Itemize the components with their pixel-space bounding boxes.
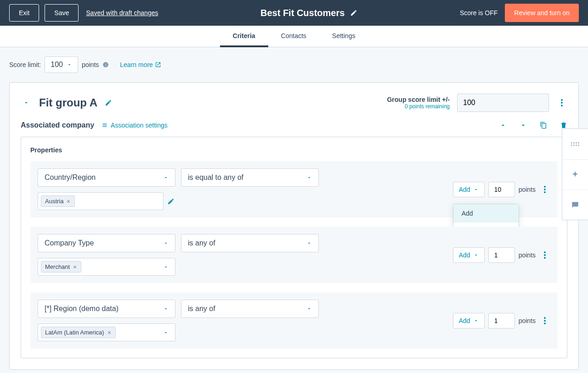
svg-point-15 [578,142,579,144]
row-more-button[interactable] [539,184,550,195]
info-icon[interactable] [102,61,109,68]
add-subtract-value: Add [459,186,470,193]
operator-select[interactable]: is any of [181,300,319,318]
more-vertical-icon [561,99,563,106]
trash-icon[interactable] [560,122,567,129]
settings-icon [102,122,108,128]
chip: LatAm (Latin America) [41,327,116,338]
learn-more-link[interactable]: Learn more [120,61,161,68]
svg-point-2 [561,105,563,106]
points-label: points [519,317,536,324]
group-card: Fit group A Group score limit +/- 0 poin… [9,82,579,370]
chevron-down-icon [23,100,29,106]
score-limit-value: 100 [51,61,63,69]
content-area: Score limit: 100 points Learn more Fit g… [0,47,588,373]
property-select-value: Company Type [45,239,94,247]
side-rail-chat[interactable] [562,189,588,220]
title-section: Best Fit Customers [158,8,459,18]
caret-down-icon [163,306,169,312]
svg-point-0 [561,99,563,101]
score-limit-label: Score limit: [9,61,41,68]
top-header: Exit Save Saved with draft changes Best … [0,0,588,26]
dropdown-item-add[interactable]: Add [453,204,519,223]
row-more-button[interactable] [539,315,550,326]
save-button[interactable]: Save [45,4,79,22]
association-settings-link[interactable]: Association settings [102,122,168,129]
points-input[interactable] [488,313,515,328]
chip-remove-icon[interactable] [73,265,77,269]
property-select[interactable]: Company Type [38,234,175,252]
svg-point-4 [544,189,546,190]
page-title: Best Fit Customers [260,8,345,18]
side-rail-grip[interactable] [562,129,588,159]
saved-status-link[interactable]: Saved with draft changes [86,9,158,17]
value-chips-container[interactable]: Austria [38,192,164,210]
add-subtract-select[interactable]: Add [453,313,485,328]
svg-point-14 [576,142,577,144]
svg-point-3 [544,186,546,188]
value-chips-container[interactable]: Merchant [38,258,175,276]
group-score-input[interactable] [457,94,549,112]
property-select[interactable]: [*] Region (demo data) [38,300,175,318]
side-rail-ai[interactable] [562,159,588,189]
score-limit-select[interactable]: 100 [45,56,78,73]
svg-point-1 [561,102,563,104]
svg-point-7 [544,254,546,256]
property-select-value: [*] Region (demo data) [45,305,119,313]
chip-remove-icon[interactable] [66,199,71,204]
operator-select[interactable]: is equal to any of [181,168,319,187]
copy-icon[interactable] [540,122,547,129]
add-subtract-value: Add [459,251,470,259]
svg-point-5 [544,191,546,193]
tab-settings[interactable]: Settings [332,26,356,47]
review-turn-on-button[interactable]: Review and turn on [505,4,579,22]
tab-bar: Criteria Contacts Settings [0,26,588,47]
move-up-icon[interactable] [499,122,507,129]
associated-company-title: Associated company [21,121,94,129]
add-subtract-select[interactable]: Add [453,247,485,263]
svg-point-12 [571,142,572,144]
caret-down-icon [163,330,169,335]
chip-remove-icon[interactable] [107,330,112,335]
chat-icon [571,200,580,210]
operator-select[interactable]: is any of [181,234,319,252]
operator-select-value: is any of [188,305,215,313]
group-points-remaining: 0 points remaining [387,103,450,110]
value-chips-container[interactable]: LatAm (Latin America) [38,323,175,341]
group-score-limit-label: Group score limit +/- [387,96,450,103]
move-down-icon[interactable] [520,122,527,129]
group-header: Fit group A Group score limit +/- 0 poin… [21,94,567,112]
points-label: points [519,186,536,193]
caret-down-icon [67,62,72,67]
association-settings-text: Association settings [111,122,168,129]
edit-values-icon[interactable] [167,198,175,205]
points-label: points [519,251,536,259]
group-title: Fit group A [39,96,97,109]
tab-criteria[interactable]: Criteria [233,26,255,47]
more-vertical-icon [544,251,546,259]
collapse-group-button[interactable] [21,97,32,108]
exit-button[interactable]: Exit [9,4,39,22]
caret-down-icon [473,318,479,323]
points-input[interactable] [488,247,515,263]
caret-down-icon [473,187,479,192]
external-link-icon [155,61,161,68]
more-vertical-icon [544,186,546,193]
grip-icon [571,139,580,149]
svg-point-11 [544,323,546,324]
property-select[interactable]: Country/Region [38,168,175,187]
edit-group-icon[interactable] [105,99,112,106]
points-input[interactable] [488,182,515,197]
points-area: Add points [453,247,550,263]
side-rail [562,128,588,220]
svg-point-13 [573,142,575,144]
properties-title: Properties [30,146,558,154]
add-subtract-select[interactable]: Add [453,182,485,197]
svg-point-6 [544,251,546,253]
properties-box: Properties Country/Region is equal to an… [21,137,567,358]
tab-contacts[interactable]: Contacts [281,26,306,47]
group-more-button[interactable] [556,97,567,108]
row-more-button[interactable] [539,250,550,261]
operator-select-value: is equal to any of [188,173,243,182]
edit-title-icon[interactable] [350,9,357,17]
